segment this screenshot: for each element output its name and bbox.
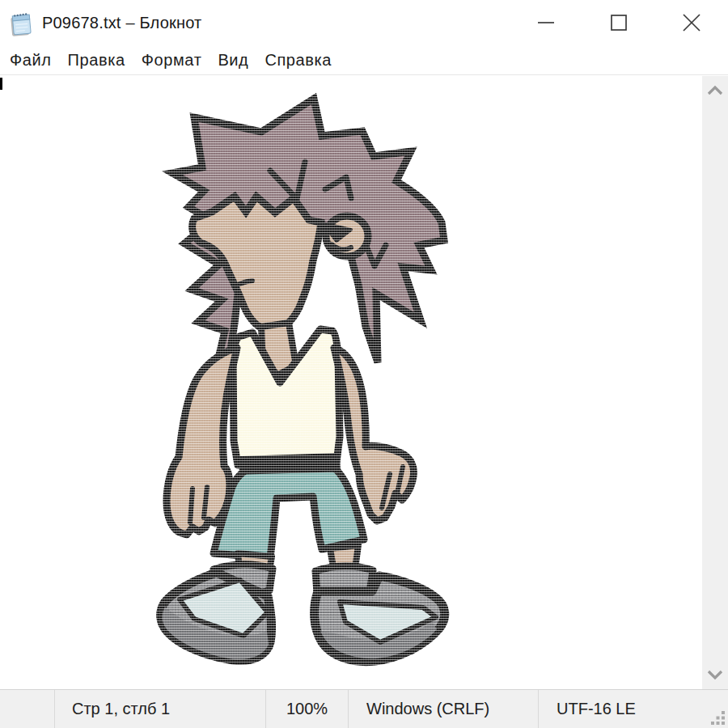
resize-grip[interactable]: [711, 711, 726, 726]
statusbar: Стр 1, стлб 1 100% Windows (CRLF) UTF-16…: [0, 689, 728, 728]
line-ending-text: Windows (CRLF): [366, 700, 489, 718]
encoding-text: UTF-16 LE: [557, 700, 636, 718]
titlebar[interactable]: P09678.txt – Блокнот: [0, 0, 728, 45]
status-zoom-level: 100%: [265, 690, 348, 728]
left-finger-crease: [204, 487, 207, 518]
close-button[interactable]: [655, 0, 728, 45]
menu-format[interactable]: Формат: [133, 51, 210, 70]
menu-help[interactable]: Справка: [256, 51, 340, 70]
minimize-button[interactable]: [510, 0, 582, 45]
vertical-scrollbar[interactable]: [702, 76, 728, 689]
menu-file[interactable]: Файл: [2, 51, 60, 70]
cartoon-character: [152, 89, 459, 667]
text-editing-area[interactable]: [0, 76, 728, 689]
window-controls: [510, 0, 728, 45]
status-encoding: UTF-16 LE: [538, 690, 728, 728]
close-icon: [681, 12, 702, 33]
status-line-ending: Windows (CRLF): [348, 690, 538, 728]
notepad-window: { "window": { "title": "P09678.txt – Бло…: [0, 0, 728, 728]
status-empty-segment: [0, 690, 54, 728]
zoom-level-text: 100%: [286, 700, 328, 718]
window-title: P09678.txt – Блокнот: [42, 14, 201, 32]
menubar: Файл Правка Формат Вид Справка: [0, 45, 728, 75]
cursor-position-text: Стр 1, стлб 1: [72, 700, 170, 718]
document-artwork: [152, 89, 459, 667]
chevron-up-icon: [706, 85, 724, 96]
scroll-up-button[interactable]: [702, 78, 728, 104]
maximize-button[interactable]: [582, 0, 655, 45]
menu-view[interactable]: Вид: [210, 51, 256, 70]
notepad-icon: [7, 9, 35, 36]
minimize-icon: [536, 13, 556, 32]
menu-edit[interactable]: Правка: [60, 51, 133, 70]
scroll-down-button[interactable]: [702, 662, 728, 688]
chevron-down-icon: [706, 669, 724, 680]
maximize-icon: [609, 13, 629, 32]
left-finger-crease: [190, 489, 193, 523]
text-caret: [0, 78, 2, 90]
status-cursor-position: Стр 1, стлб 1: [54, 690, 265, 728]
